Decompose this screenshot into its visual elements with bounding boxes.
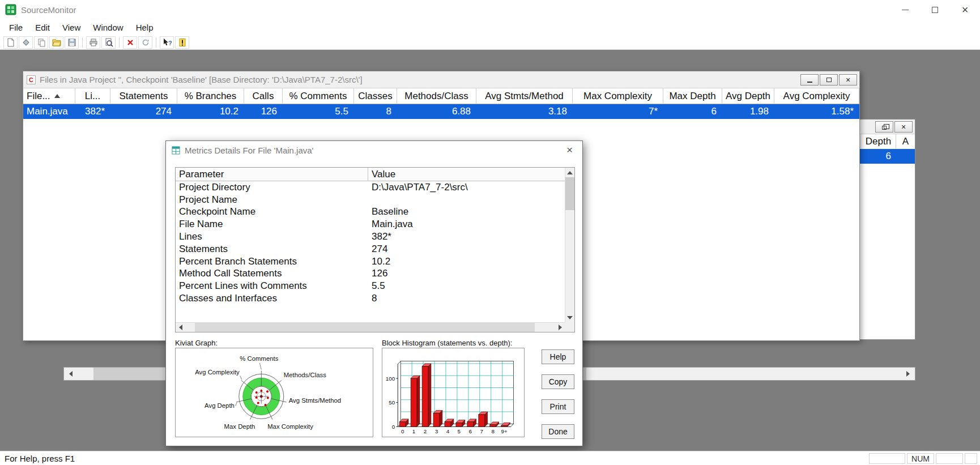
scroll-left-button[interactable] xyxy=(64,368,78,380)
close-icon: × xyxy=(962,3,969,16)
metrics-cell: Main.java xyxy=(368,219,565,230)
column-header-9[interactable]: Max Complexity xyxy=(573,88,663,104)
menu-item-edit[interactable]: Edit xyxy=(29,20,56,35)
column-header-7[interactable]: Methods/Class xyxy=(397,88,476,104)
open-project-button[interactable] xyxy=(49,36,63,49)
done-button[interactable]: Done xyxy=(542,424,574,439)
mdi-workspace: × Depth A 6 C Files in Java Project '', … xyxy=(0,50,980,451)
copy-button[interactable] xyxy=(34,36,48,49)
scroll-thumb[interactable] xyxy=(565,177,574,210)
column-header-label: A xyxy=(902,136,909,147)
column-header-3[interactable]: % Branches xyxy=(177,88,244,104)
column-header-0[interactable]: File... xyxy=(23,88,75,104)
metrics-cell: Percent Branch Statements xyxy=(176,256,368,267)
metrics-dialog[interactable]: Metrics Details For File 'Main.java' × P… xyxy=(165,140,583,446)
horizontal-scrollbar[interactable] xyxy=(176,322,565,332)
metric-value-cell: 1.98 xyxy=(722,104,774,119)
menu-item-help[interactable]: Help xyxy=(130,20,160,35)
print-button[interactable] xyxy=(86,36,100,49)
metric-value-cell: 3.18 xyxy=(476,104,573,119)
column-header-2[interactable]: Statements xyxy=(110,88,177,104)
files-window-titlebar[interactable]: C Files in Java Project '', Checkpoint '… xyxy=(23,71,859,88)
print-preview-icon xyxy=(104,38,113,47)
files-window-title: Files in Java Project '', Checkpoint 'Ba… xyxy=(40,75,363,84)
scroll-up-button[interactable] xyxy=(565,168,574,177)
column-header-10[interactable]: Max Depth xyxy=(663,88,722,104)
details-exclamation-icon xyxy=(178,38,187,47)
column-header-label: Calls xyxy=(253,91,274,102)
metric-value-cell: 274 xyxy=(110,104,177,119)
menu-item-file[interactable]: File xyxy=(3,20,29,35)
metric-value-cell: 126 xyxy=(244,104,283,119)
column-header-avg-depth[interactable]: A xyxy=(896,134,915,149)
maximize-button[interactable] xyxy=(920,0,950,19)
value-column-header[interactable]: Value xyxy=(368,168,566,181)
new-file-button[interactable] xyxy=(3,36,18,49)
close-button[interactable]: × xyxy=(839,74,857,86)
parameter-column-header[interactable]: Parameter xyxy=(176,168,368,181)
scroll-down-button[interactable] xyxy=(565,313,574,322)
refresh-button[interactable] xyxy=(138,36,152,49)
metrics-cell: Statements xyxy=(176,244,368,255)
column-header-label: Depth xyxy=(866,136,891,147)
metrics-cell: 5.5 xyxy=(368,280,565,292)
metric-value-cell: 10.2 xyxy=(177,104,244,119)
scroll-right-button[interactable] xyxy=(901,368,915,380)
minimize-button[interactable] xyxy=(800,74,819,86)
metrics-row: Lines382* xyxy=(176,231,565,243)
metrics-row: Statements274 xyxy=(176,243,565,255)
svg-text:9+: 9+ xyxy=(501,428,508,434)
svg-text:1: 1 xyxy=(412,428,415,434)
scroll-right-button[interactable] xyxy=(555,323,565,332)
column-header-label: Li... xyxy=(85,91,100,102)
metrics-row: Project Name xyxy=(176,194,565,206)
menu-item-window[interactable]: Window xyxy=(87,20,129,35)
close-button[interactable]: × xyxy=(894,121,913,133)
file-name-cell: Main.java xyxy=(23,104,75,119)
column-header-6[interactable]: Classes xyxy=(354,88,397,104)
metrics-cell: 274 xyxy=(368,244,565,255)
close-icon: × xyxy=(566,144,573,156)
column-header-depth[interactable]: Depth xyxy=(860,134,896,149)
help-button[interactable]: Help xyxy=(542,349,574,364)
files-selected-row[interactable]: Main.java382*27410.21265.586.883.187*61.… xyxy=(23,104,859,119)
restore-button[interactable] xyxy=(875,121,893,133)
vertical-scrollbar[interactable] xyxy=(565,168,574,322)
close-button[interactable]: × xyxy=(950,0,980,19)
scroll-left-button[interactable] xyxy=(176,323,185,332)
column-header-label: % Comments xyxy=(289,91,347,102)
file-details-button[interactable] xyxy=(175,36,189,49)
svg-text:4: 4 xyxy=(446,428,450,434)
toolbar: ? xyxy=(0,35,980,50)
scroll-thumb[interactable] xyxy=(195,323,535,332)
copy-button[interactable]: Copy xyxy=(542,374,574,389)
kiviat-axis-label: Methods/Class xyxy=(284,372,326,378)
print-preview-button[interactable] xyxy=(101,36,116,49)
scroll-track[interactable] xyxy=(185,323,555,332)
column-header-5[interactable]: % Comments xyxy=(283,88,354,104)
app-icon xyxy=(5,4,16,15)
metrics-cell: Classes and Interfaces xyxy=(176,293,368,304)
maximize-button[interactable] xyxy=(820,74,838,86)
scroll-left-icon xyxy=(179,325,182,330)
app-titlebar[interactable]: SourceMonitor × xyxy=(0,0,980,19)
dialog-close-button[interactable]: × xyxy=(557,141,582,159)
scroll-up-icon xyxy=(567,171,573,174)
histogram-label: Block Histogram (statements vs. depth): xyxy=(382,339,512,347)
column-header-8[interactable]: Avg Stmts/Method xyxy=(476,88,573,104)
column-header-11[interactable]: Avg Depth xyxy=(722,88,774,104)
delete-button[interactable] xyxy=(123,36,137,49)
context-help-button[interactable]: ? xyxy=(160,36,174,49)
minimize-button[interactable] xyxy=(890,0,920,19)
dialog-titlebar[interactable]: Metrics Details For File 'Main.java' × xyxy=(166,141,582,159)
column-header-1[interactable]: Li... xyxy=(75,88,110,104)
checkpoint-button[interactable] xyxy=(19,36,33,49)
app-title: SourceMonitor xyxy=(21,5,76,15)
save-button[interactable] xyxy=(65,36,79,49)
svg-text:2: 2 xyxy=(424,428,427,434)
column-header-12[interactable]: Avg Complexity xyxy=(774,88,859,104)
metrics-cell: Method Call Statements xyxy=(176,268,368,279)
print-button[interactable]: Print xyxy=(542,399,574,414)
column-header-4[interactable]: Calls xyxy=(244,88,283,104)
menu-item-view[interactable]: View xyxy=(56,20,87,35)
